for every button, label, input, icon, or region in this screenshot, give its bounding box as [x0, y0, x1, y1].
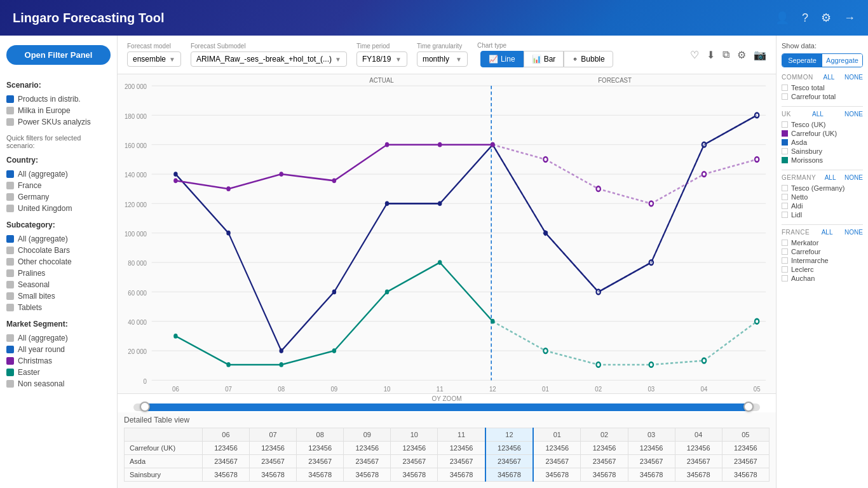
- zoom-track[interactable]: [133, 403, 760, 411]
- table-cell-value: 234567: [533, 455, 581, 468]
- svg-point-68: [543, 157, 547, 162]
- camera-icon[interactable]: 📷: [754, 49, 766, 61]
- panel-common-none[interactable]: NONE: [844, 74, 863, 81]
- panel-item-morissons[interactable]: Morissons: [782, 156, 863, 165]
- scenario-item-products[interactable]: Products in distrib.: [6, 93, 111, 105]
- panel-germany-all[interactable]: ALL: [825, 174, 836, 181]
- panel-common-all[interactable]: ALL: [823, 74, 834, 81]
- logout-icon[interactable]: →: [844, 11, 855, 25]
- checkbox-tesco-total[interactable]: [782, 85, 788, 91]
- panel-france-all[interactable]: ALL: [822, 229, 833, 236]
- country-germany[interactable]: Germany: [6, 191, 111, 203]
- svg-text:40 000: 40 000: [128, 318, 147, 326]
- subcat-label-small: Small bites: [18, 292, 55, 301]
- time-period-select[interactable]: FY18/19 ▼: [356, 51, 407, 67]
- subcat-small[interactable]: Small bites: [6, 290, 111, 302]
- col-header-01: 01: [533, 428, 581, 442]
- subcat-tablets[interactable]: Tablets: [6, 302, 111, 313]
- toggle-aggregate[interactable]: Aggregate: [822, 54, 862, 67]
- checkbox-merkator[interactable]: [782, 240, 788, 246]
- panel-item-lidl[interactable]: Lidl: [782, 210, 863, 219]
- checkbox-carrefour-total[interactable]: [782, 93, 788, 100]
- panel-item-aldi[interactable]: Aldi: [782, 201, 863, 210]
- panel-uk-all[interactable]: ALL: [812, 111, 824, 118]
- checkbox-intermarche[interactable]: [782, 257, 788, 264]
- checkbox-auchan[interactable]: [782, 275, 788, 281]
- checkbox-leclerc[interactable]: [782, 266, 788, 273]
- panel-item-leclerc[interactable]: Leclerc: [782, 265, 863, 274]
- panel-section-france: FRANCE ALL NONE Merkator Carrefour Inter…: [782, 229, 863, 283]
- svg-point-89: [755, 319, 759, 324]
- download-icon[interactable]: ⬇: [707, 49, 715, 61]
- panel-item-auchan[interactable]: Auchan: [782, 274, 863, 283]
- panel-item-carrefour-france[interactable]: Carrefour: [782, 247, 863, 256]
- market-all[interactable]: All (aggregate): [6, 332, 111, 344]
- panel-item-netto[interactable]: Netto: [782, 193, 863, 201]
- toggle-separate[interactable]: Seperate: [782, 54, 822, 67]
- col-header-04: 04: [675, 428, 722, 442]
- open-filter-button[interactable]: Open Filter Panel: [6, 45, 111, 65]
- subcat-bars[interactable]: Chocolate Bars: [6, 245, 111, 256]
- market-christmas[interactable]: Christmas: [6, 355, 111, 367]
- market-easter[interactable]: Easter: [6, 367, 111, 378]
- subcat-all[interactable]: All (aggregate): [6, 233, 111, 245]
- checkbox-carrefour-uk[interactable]: [782, 130, 788, 137]
- forecast-model-select[interactable]: ensemble ▼: [127, 51, 181, 67]
- country-all[interactable]: All (aggregate): [6, 168, 111, 180]
- scenario-item-milka[interactable]: Milka in Europe: [6, 105, 111, 116]
- svg-text:07: 07: [225, 385, 232, 393]
- checkbox-tesco-uk[interactable]: [782, 121, 788, 128]
- panel-item-tesco-germany[interactable]: Tesco (Germany): [782, 184, 863, 193]
- subcat-color-small: [6, 292, 14, 300]
- checkbox-asda[interactable]: [782, 139, 788, 146]
- panel-item-merkator[interactable]: Merkator: [782, 238, 863, 247]
- table-cell-value: 345678: [344, 468, 391, 482]
- subcat-pralines[interactable]: Pralines: [6, 268, 111, 279]
- country-france[interactable]: France: [6, 180, 111, 191]
- panel-item-intermarche[interactable]: Intermarche: [782, 256, 863, 265]
- panel-france-none[interactable]: NONE: [844, 229, 863, 236]
- country-color-all: [6, 170, 14, 178]
- panel-item-carrefour-uk[interactable]: Carrefour (UK): [782, 129, 863, 138]
- panel-item-sainsbury[interactable]: Sainsbury: [782, 147, 863, 156]
- zoom-handle-left[interactable]: [140, 402, 150, 412]
- svg-point-85: [543, 348, 547, 353]
- panel-item-tesco-uk[interactable]: Tesco (UK): [782, 120, 863, 129]
- question-icon[interactable]: ?: [802, 11, 808, 25]
- label-aldi: Aldi: [791, 202, 803, 210]
- settings-icon[interactable]: ⚙: [821, 11, 831, 25]
- checkbox-tesco-germany[interactable]: [782, 185, 788, 191]
- checkbox-netto[interactable]: [782, 194, 788, 200]
- zoom-handle-right[interactable]: [743, 402, 754, 412]
- forecast-submodel-select[interactable]: ARIMA_Raw_-ses_-break_+hol_tot_(...) ▼: [191, 51, 347, 67]
- chart-btn-bubble[interactable]: ⚬ Bubble: [564, 51, 613, 67]
- panel-uk-none[interactable]: NONE: [844, 111, 863, 118]
- country-uk[interactable]: United Kingdom: [6, 203, 111, 214]
- checkbox-morissons[interactable]: [782, 157, 788, 163]
- checkbox-lidl[interactable]: [782, 212, 788, 218]
- share-icon[interactable]: ⧉: [722, 49, 729, 60]
- table-cell-value: 345678: [675, 468, 722, 482]
- panel-item-asda[interactable]: Asda: [782, 138, 863, 147]
- scenario-item-power[interactable]: Power SKUs analyzis: [6, 116, 111, 128]
- market-non-seasonal[interactable]: Non seasonal: [6, 378, 111, 390]
- chart-btn-line[interactable]: 📈 Line: [480, 51, 524, 67]
- checkbox-carrefour-france[interactable]: [782, 248, 788, 255]
- chart-wrapper: 200 000 180 000 160 000 140 000 120 000 …: [118, 74, 776, 393]
- chart-btn-bar[interactable]: 📊 Bar: [524, 51, 564, 67]
- subcat-other[interactable]: Other chocolate: [6, 256, 111, 268]
- quick-filters-label: Quick filters for selected scenario:: [6, 134, 111, 149]
- subcat-color-seasonal: [6, 281, 14, 288]
- panel-item-carrefour-total[interactable]: Carrefour total: [782, 92, 863, 101]
- favorite-icon[interactable]: ♡: [690, 49, 699, 61]
- checkbox-sainsbury[interactable]: [782, 148, 788, 154]
- data-table: 06 07 08 09 10 11 12 01 02 03 04 05: [124, 428, 770, 482]
- filter-icon[interactable]: ⚙: [737, 49, 746, 61]
- user-icon[interactable]: 👤: [775, 11, 789, 25]
- time-granularity-select[interactable]: monthly ▼: [417, 51, 468, 67]
- panel-germany-none[interactable]: NONE: [844, 174, 863, 181]
- panel-item-tesco-total[interactable]: Tesco total: [782, 83, 863, 92]
- market-all-year[interactable]: All year round: [6, 344, 111, 355]
- subcat-seasonal[interactable]: Seasonal: [6, 279, 111, 290]
- checkbox-aldi[interactable]: [782, 203, 788, 209]
